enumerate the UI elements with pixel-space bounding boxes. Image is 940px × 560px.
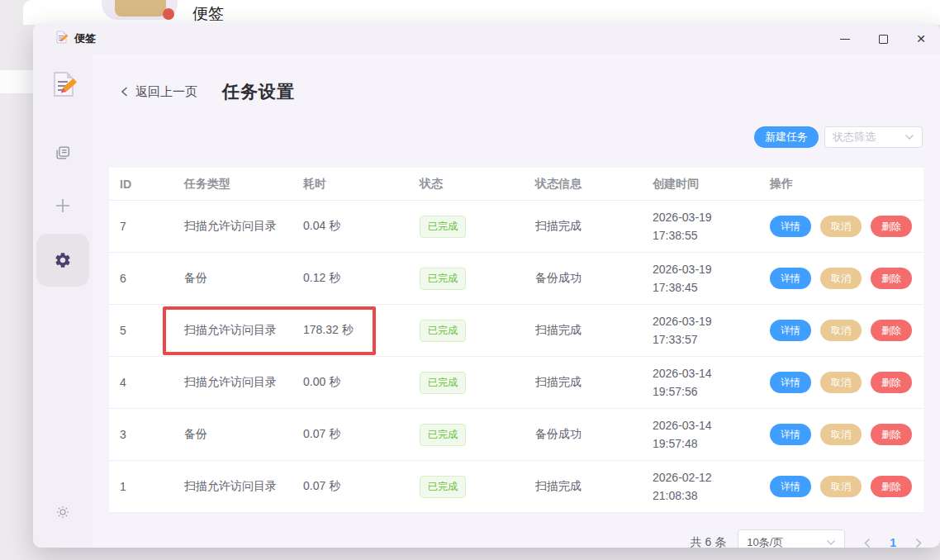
background-window-strip: 便签 [23, 0, 940, 25]
cell-actions: 详情 取消 删除 [770, 357, 923, 408]
cancel-button[interactable]: 取消 [820, 424, 862, 445]
cell-task-type: 扫描允许访问目录 [184, 357, 303, 408]
table-row: 7 扫描允许访问目录 0.04 秒 已完成 扫描完成 2026-03-19 17… [109, 201, 923, 253]
table-header-row: ID 任务类型 耗时 状态 状态信息 创建时间 操作 [109, 168, 923, 201]
created-date: 2026-03-14 [653, 416, 712, 434]
cell-task-type: 备份 [184, 409, 303, 460]
sun-icon [55, 505, 70, 520]
cell-duration: 178.32 秒 [303, 305, 420, 356]
detail-button[interactable]: 详情 [770, 372, 811, 393]
delete-button[interactable]: 删除 [871, 268, 912, 289]
table-row: 4 扫描允许访问目录 0.00 秒 已完成 扫描完成 2026-03-14 19… [109, 357, 923, 409]
close-button[interactable]: ✕ [902, 23, 940, 55]
app-logo-icon [54, 30, 69, 48]
cell-status-info: 扫描完成 [535, 357, 653, 408]
cell-id: 4 [120, 357, 184, 408]
cancel-button[interactable]: 取消 [820, 476, 862, 497]
cell-status-info: 扫描完成 [535, 305, 653, 356]
detail-button[interactable]: 详情 [770, 476, 811, 497]
sidebar-item-notes[interactable] [53, 143, 73, 163]
cell-duration: 0.00 秒 [303, 357, 420, 408]
col-status: 状态 [420, 168, 535, 200]
sidebar-item-add[interactable] [52, 195, 74, 216]
cell-status: 已完成 [420, 253, 535, 304]
cell-task-type: 备份 [184, 253, 303, 304]
created-clock: 17:33:57 [653, 330, 698, 349]
cancel-button[interactable]: 取消 [820, 216, 862, 237]
col-actions: 操作 [770, 168, 923, 200]
status-badge: 已完成 [420, 372, 466, 394]
sidebar-item-theme[interactable] [55, 504, 71, 520]
sidebar-item-settings[interactable] [36, 234, 89, 287]
minimize-button[interactable] [826, 23, 864, 55]
table-row: 6 备份 0.12 秒 已完成 备份成功 2026-03-19 17:38:45… [109, 253, 923, 305]
cell-status-info: 扫描完成 [535, 201, 653, 252]
col-duration: 耗时 [303, 168, 420, 200]
status-badge: 已完成 [420, 216, 466, 238]
created-date: 2026-03-14 [653, 364, 712, 382]
page-header: 返回上一页 任务设置 [120, 80, 295, 103]
cell-actions: 详情 取消 删除 [770, 201, 923, 252]
status-filter-select[interactable]: 状态筛选 [824, 126, 923, 148]
col-created: 创建时间 [653, 168, 770, 200]
status-badge: 已完成 [420, 476, 466, 498]
cell-duration: 0.12 秒 [303, 253, 420, 304]
cell-created-time: 2026-03-19 17:33:57 [653, 305, 770, 356]
col-id: ID [120, 168, 184, 200]
delete-button[interactable]: 删除 [871, 216, 912, 237]
documents-icon [54, 144, 72, 162]
table-body: 7 扫描允许访问目录 0.04 秒 已完成 扫描完成 2026-03-19 17… [109, 201, 923, 513]
created-clock: 21:08:38 [653, 486, 698, 505]
delete-button[interactable]: 删除 [871, 372, 912, 393]
cell-created-time: 2026-03-14 19:57:48 [653, 409, 770, 460]
cell-actions: 详情 取消 删除 [770, 461, 923, 512]
created-date: 2026-03-19 [653, 260, 712, 278]
cell-status-info: 扫描完成 [535, 461, 653, 512]
app-window: 便签 ✕ [33, 23, 940, 548]
cell-id: 1 [120, 461, 184, 512]
created-clock: 19:57:48 [653, 434, 698, 453]
col-task-type: 任务类型 [184, 168, 303, 200]
detail-button[interactable]: 详情 [770, 424, 811, 445]
table-row: 3 备份 0.07 秒 已完成 备份成功 2026-03-14 19:57:48… [109, 409, 923, 461]
chevron-down-icon [826, 539, 836, 546]
table-row: 1 扫描允许访问目录 0.07 秒 已完成 扫描完成 2026-02-12 21… [109, 461, 923, 513]
cancel-button[interactable]: 取消 [820, 320, 862, 341]
maximize-button[interactable] [864, 23, 902, 55]
cancel-button[interactable]: 取消 [820, 268, 862, 289]
memo-icon-body [115, 0, 166, 17]
window-title: 便签 [74, 31, 96, 46]
cell-task-type: 扫描允许访问目录 [184, 305, 303, 356]
current-page[interactable]: 1 [890, 536, 896, 548]
back-button[interactable]: 返回上一页 [120, 84, 197, 100]
detail-button[interactable]: 详情 [770, 320, 811, 341]
cell-status-info: 备份成功 [535, 409, 653, 460]
background-left-band [0, 70, 33, 93]
delete-button[interactable]: 删除 [871, 424, 912, 445]
prev-page-button[interactable] [863, 538, 871, 548]
created-clock: 19:57:56 [653, 382, 698, 401]
chevron-left-icon [120, 86, 130, 97]
next-page-button[interactable] [914, 538, 923, 548]
delete-button[interactable]: 删除 [871, 320, 912, 341]
created-date: 2026-02-12 [653, 468, 712, 486]
detail-button[interactable]: 详情 [770, 216, 811, 237]
chevron-right-icon [914, 538, 923, 548]
col-status-info: 状态信息 [535, 168, 653, 200]
cell-actions: 详情 取消 删除 [770, 253, 923, 304]
sidebar-logo[interactable] [48, 69, 78, 99]
cell-status: 已完成 [420, 201, 535, 252]
cell-actions: 详情 取消 删除 [770, 409, 923, 460]
new-task-button[interactable]: 新建任务 [754, 126, 819, 148]
cell-id: 3 [120, 409, 184, 460]
back-label: 返回上一页 [135, 84, 197, 100]
gear-icon [54, 251, 72, 269]
page-size-select[interactable]: 10条/页 [738, 529, 845, 548]
cancel-button[interactable]: 取消 [820, 372, 862, 393]
delete-button[interactable]: 删除 [871, 476, 912, 497]
created-date: 2026-03-19 [653, 312, 712, 330]
created-clock: 17:38:55 [653, 226, 698, 244]
detail-button[interactable]: 详情 [770, 268, 811, 289]
created-date: 2026-03-19 [653, 208, 712, 226]
cell-duration: 0.07 秒 [303, 409, 420, 460]
